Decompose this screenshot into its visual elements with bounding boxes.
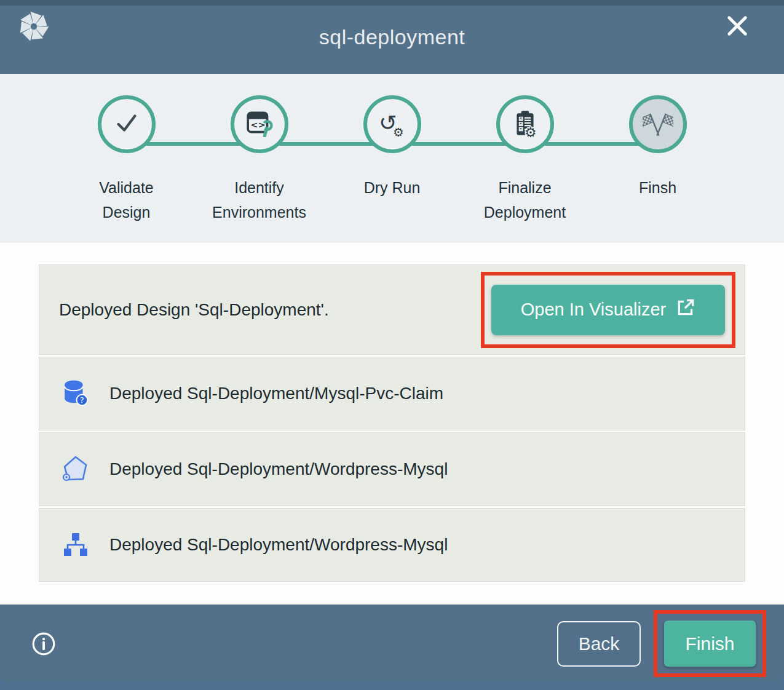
step-finalize-deployment: ⚙ ⚙ Finalize Deployment xyxy=(459,95,592,224)
step-identify-environments: <> Identify Environments xyxy=(193,95,326,224)
modal-footer: Back Finish xyxy=(0,605,784,683)
design-summary-row: Deployed Design 'Sql-Deployment'. Open I… xyxy=(39,264,745,355)
dry-run-icon: ↺ ⚙ ⚙ xyxy=(378,109,406,140)
modal-title: sql-deployment xyxy=(0,25,784,49)
open-in-visualizer-button[interactable]: Open In Visualizer xyxy=(491,285,725,335)
close-icon[interactable] xyxy=(723,11,752,41)
result-row: Deployed Sql-Deployment/Wordpress-Mysql xyxy=(39,508,745,582)
step-label: Finalize Deployment xyxy=(484,175,566,224)
step-validate-design: Validate Design xyxy=(60,95,193,224)
checkered-flags-icon xyxy=(643,108,673,141)
code-wrench-icon: <> xyxy=(245,109,274,140)
step-circle: ↺ ⚙ ⚙ xyxy=(363,95,421,153)
svg-text:?: ? xyxy=(80,395,84,405)
step-circle xyxy=(629,95,687,153)
svg-text:⚙: ⚙ xyxy=(524,125,536,137)
modal-header: sql-deployment xyxy=(0,0,784,74)
annotation-box: Finish xyxy=(654,610,766,677)
step-circle: ⚙ ⚙ xyxy=(496,95,554,153)
step-circle xyxy=(98,95,156,153)
annotation-box: Open In Visualizer xyxy=(481,272,735,348)
step-circle: <> xyxy=(231,95,288,153)
meshery-logo-icon xyxy=(17,10,50,43)
result-row-text: Deployed Sql-Deployment/Wordpress-Mysql xyxy=(109,459,448,479)
step-label: Validate Design xyxy=(99,175,154,224)
step-finish: Finsh xyxy=(592,95,724,224)
step-label: Finsh xyxy=(639,175,676,200)
pentagon-icon xyxy=(61,454,90,484)
finish-button[interactable]: Finish xyxy=(664,621,756,667)
step-dry-run: ↺ ⚙ ⚙ Dry Run xyxy=(326,95,459,224)
back-button[interactable]: Back xyxy=(557,621,641,667)
step-label: Dry Run xyxy=(364,175,421,200)
wizard-stepper: Validate Design <> xyxy=(0,74,784,243)
result-row-text: Deployed Sql-Deployment/Mysql-Pvc-Claim xyxy=(109,384,443,403)
deployment-wizard-modal: sql-deployment Valida xyxy=(0,0,784,683)
info-icon[interactable] xyxy=(31,631,57,657)
check-icon xyxy=(113,109,141,140)
result-row: Deployed Sql-Deployment/Wordpress-Mysql xyxy=(39,432,745,506)
topology-icon xyxy=(61,530,90,560)
database-icon: ? xyxy=(61,379,90,408)
deployment-results: Deployed Design 'Sql-Deployment'. Open I… xyxy=(0,243,784,605)
svg-text:<>: <> xyxy=(250,119,266,130)
step-label: Identify Environments xyxy=(212,175,306,224)
design-summary-text: Deployed Design 'Sql-Deployment'. xyxy=(59,300,329,320)
result-row-text: Deployed Sql-Deployment/Wordpress-Mysql xyxy=(109,535,448,555)
result-row: ? Deployed Sql-Deployment/Mysql-Pvc-Clai… xyxy=(39,357,745,430)
open-in-new-icon xyxy=(676,298,695,322)
open-in-visualizer-label: Open In Visualizer xyxy=(521,299,666,320)
clipboard-gear-icon: ⚙ ⚙ xyxy=(511,109,539,140)
svg-text:⚙: ⚙ xyxy=(393,125,404,137)
